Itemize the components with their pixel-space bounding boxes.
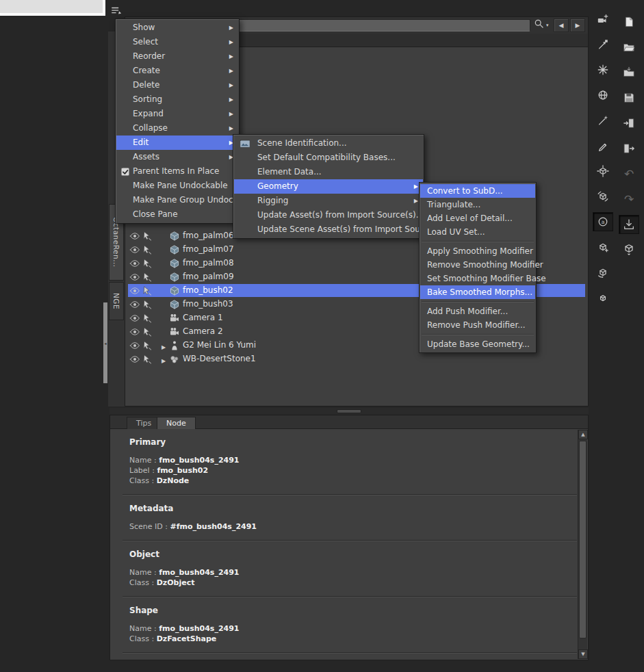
- package-down-icon[interactable]: [619, 240, 639, 259]
- menu-item-make-pane-undockable[interactable]: Make Pane Undockable: [116, 179, 238, 193]
- menu-item-remove-push-modifier[interactable]: Remove Push Modifier...: [420, 318, 535, 332]
- visibility-eye-icon[interactable]: [129, 244, 140, 255]
- pen-icon[interactable]: [593, 136, 613, 155]
- door-in-icon[interactable]: [619, 114, 639, 133]
- visibility-eye-icon[interactable]: [129, 354, 140, 365]
- section-title-shape: Shape: [129, 606, 570, 615]
- selectability-cursor-icon[interactable]: [142, 258, 153, 269]
- menu-item-remove-smoothing-modifier[interactable]: Remove Smoothing Modifier: [420, 258, 535, 272]
- menu-item-sorting[interactable]: Sorting▶: [116, 92, 238, 107]
- download-icon[interactable]: [619, 215, 639, 234]
- menu-item-update-asset-s-from-import-source-s[interactable]: Update Asset(s) from Import Source(s)...: [234, 208, 423, 222]
- cube-plus-icon[interactable]: [593, 237, 613, 257]
- selectability-cursor-icon[interactable]: [142, 272, 153, 283]
- menu-item-assets[interactable]: Assets▶: [116, 150, 238, 164]
- visibility-eye-icon[interactable]: [129, 258, 140, 269]
- history-back-button[interactable]: ◀: [554, 18, 569, 32]
- menu-item-set-default-compatibility-bases[interactable]: Set Default Compatibility Bases...: [234, 151, 423, 165]
- scene-row-wb-desertstone1[interactable]: ▶WB-DesertStone1: [128, 352, 585, 365]
- visibility-eye-icon[interactable]: [129, 231, 140, 242]
- file-tools-toolbar: ↶↷: [619, 12, 642, 259]
- cube-arrows-icon[interactable]: [593, 161, 613, 181]
- history-forward-button[interactable]: ▶: [570, 18, 585, 32]
- visibility-eye-icon[interactable]: [129, 285, 140, 296]
- visibility-eye-icon[interactable]: [129, 326, 140, 337]
- splitter-grip[interactable]: [337, 409, 361, 413]
- burst-icon[interactable]: [593, 60, 613, 79]
- node-arrow-icon[interactable]: [593, 35, 613, 54]
- menu-item-expand[interactable]: Expand▶: [116, 107, 238, 121]
- menu-item-add-push-modifier[interactable]: Add Push Modifier...: [420, 305, 535, 318]
- menu-item-reorder[interactable]: Reorder▶: [116, 49, 238, 64]
- menu-item-delete[interactable]: Delete▶: [116, 78, 238, 92]
- open-folder-icon[interactable]: [619, 38, 639, 57]
- menu-item-scene-identification[interactable]: Scene Identification...: [234, 136, 423, 151]
- expand-arrow-icon[interactable]: ▶: [158, 355, 169, 366]
- globe-icon[interactable]: [593, 86, 613, 105]
- cube-spin-icon[interactable]: [593, 263, 613, 282]
- menu-item-load-uv-set[interactable]: Load UV Set...: [420, 225, 535, 239]
- camera-add-icon[interactable]: [593, 10, 613, 29]
- scroll-up-icon[interactable]: ▲: [578, 430, 588, 439]
- folder-import-icon[interactable]: [619, 63, 639, 82]
- menu-item-convert-to-subd[interactable]: Convert to SubD...: [420, 184, 535, 198]
- undo-icon[interactable]: ↶: [619, 164, 639, 183]
- menu-item-label: Delete: [133, 80, 159, 90]
- selectability-cursor-icon[interactable]: [142, 299, 153, 310]
- visibility-eye-icon[interactable]: [129, 299, 140, 310]
- menu-item-label: Set Default Compatibility Bases...: [257, 153, 396, 162]
- wand-icon[interactable]: [593, 111, 613, 130]
- pane-options-icon[interactable]: [110, 4, 123, 18]
- menu-item-show[interactable]: Show▶: [116, 21, 238, 35]
- cube-cycle-icon[interactable]: [593, 187, 613, 206]
- selectability-cursor-icon[interactable]: [142, 231, 153, 242]
- cube-icon: [169, 299, 180, 310]
- selectability-cursor-icon[interactable]: [142, 326, 153, 337]
- property-value: DzObject: [157, 578, 195, 587]
- menu-item-edit[interactable]: Edit▶: [116, 135, 238, 150]
- menu-item-update-base-geometry[interactable]: Update Base Geometry...: [420, 337, 535, 351]
- pane-collapse-handle[interactable]: ◂: [103, 302, 107, 383]
- menu-item-collapse[interactable]: Collapse▶: [116, 121, 238, 135]
- scene-item-label: fmo_bush02: [183, 285, 233, 295]
- menu-item-label: Parent Items In Place: [133, 166, 219, 176]
- expand-arrow-icon[interactable]: ▶: [158, 341, 169, 352]
- menu-item-geometry[interactable]: Geometry▶: [234, 179, 423, 194]
- search-icon[interactable]: ▾: [533, 18, 552, 32]
- visibility-eye-icon[interactable]: [129, 340, 140, 351]
- tab-tips[interactable]: Tips: [127, 417, 161, 429]
- visibility-eye-icon[interactable]: [129, 272, 140, 283]
- menu-item-triangulate[interactable]: Triangulate...: [420, 198, 535, 211]
- menu-item-element-data[interactable]: Element Data...: [234, 165, 423, 179]
- selectability-cursor-icon[interactable]: [142, 354, 153, 365]
- menu-item-bake-smoothed-morphs[interactable]: Bake Smoothed Morphs...: [420, 285, 535, 299]
- redo-icon[interactable]: ↷: [619, 190, 639, 209]
- scroll-down-icon[interactable]: ▼: [578, 649, 588, 659]
- tab-node[interactable]: Node: [157, 417, 196, 429]
- viewport-bottom-view[interactable]: [0, 0, 103, 13]
- visibility-eye-icon[interactable]: [129, 313, 140, 324]
- menu-item-create[interactable]: Create▶: [116, 64, 238, 78]
- selectability-cursor-icon[interactable]: [142, 244, 153, 255]
- menu-item-add-level-of-detail[interactable]: Add Level of Detail...: [420, 211, 535, 225]
- menu-item-close-pane[interactable]: Close Pane: [116, 207, 238, 222]
- menu-item-set-smoothing-modifier-base[interactable]: Set Smoothing Modifier Base: [420, 272, 535, 285]
- menu-item-select[interactable]: Select▶: [116, 35, 238, 49]
- save-icon[interactable]: [619, 88, 639, 107]
- menu-item-label: Make Pane Undockable: [133, 181, 228, 190]
- selectability-cursor-icon[interactable]: [142, 313, 153, 324]
- target-a-icon[interactable]: a: [593, 212, 613, 231]
- menu-item-rigging[interactable]: Rigging▶: [234, 194, 423, 208]
- selectability-cursor-icon[interactable]: [142, 285, 153, 296]
- cube-small-icon[interactable]: [593, 288, 613, 307]
- menu-item-update-scene-asset-s-from-import-source-s[interactable]: Update Scene Asset(s) from Import Source…: [234, 222, 423, 237]
- door-out-icon[interactable]: [619, 139, 639, 158]
- menu-item-label: Select: [133, 37, 158, 47]
- new-doc-icon[interactable]: [619, 12, 639, 31]
- selectability-cursor-icon[interactable]: [142, 340, 153, 351]
- menu-item-make-pane-group-undockable[interactable]: Make Pane Group Undockable: [116, 193, 238, 207]
- scrollbar-thumb[interactable]: [579, 441, 587, 638]
- menu-item-parent-items-in-place[interactable]: Parent Items In Place: [116, 164, 238, 179]
- menu-item-apply-smoothing-modifier[interactable]: Apply Smoothing Modifier: [420, 244, 535, 258]
- tab-nge[interactable]: NGE: [109, 282, 124, 320]
